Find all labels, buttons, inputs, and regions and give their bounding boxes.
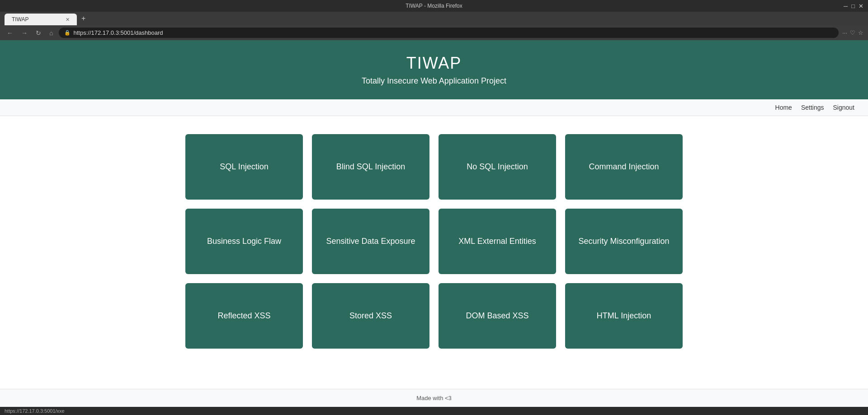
vulnerability-card[interactable]: Sensitive Data Exposure [312,209,429,274]
tab-close-btn[interactable]: ✕ [66,17,70,23]
vulnerability-card[interactable]: Security Misconfiguration [565,209,683,274]
nav-home-link[interactable]: Home [775,104,792,111]
card-label: Blind SQL Injection [327,152,414,182]
card-label: DOM Based XSS [457,301,538,331]
browser-title: TIWAP - Mozilla Firefox [406,3,462,9]
security-icon: 🔒 [64,30,71,36]
forward-btn[interactable]: → [19,28,30,38]
app-footer: Made with <3 [0,389,868,407]
address-bar-input[interactable] [73,29,833,36]
vulnerability-card[interactable]: HTML Injection [565,283,683,349]
nav-bar: Home Settings Signout [0,99,868,116]
browser-tabs: TIWAP ✕ + [0,12,868,25]
card-label: Business Logic Flaw [198,227,290,256]
vulnerability-card[interactable]: No SQL Injection [439,134,556,200]
card-label: Command Injection [580,152,668,182]
cards-grid: SQL InjectionBlind SQL InjectionNo SQL I… [185,134,683,349]
vulnerability-card[interactable]: Stored XSS [312,283,429,349]
main-content: SQL InjectionBlind SQL InjectionNo SQL I… [0,116,868,389]
menu-dots-icon[interactable]: ··· [842,29,847,36]
close-btn[interactable]: ✕ [859,3,863,9]
reload-btn[interactable]: ↻ [33,28,43,38]
card-label: Stored XSS [340,301,401,331]
card-label: Security Misconfiguration [569,227,678,256]
vulnerability-card[interactable]: XML External Entities [439,209,556,274]
back-btn[interactable]: ← [5,28,15,38]
app-title: TIWAP [9,54,859,73]
browser-chrome: TIWAP - Mozilla Firefox ─ □ ✕ TIWAP ✕ + … [0,0,868,40]
maximize-btn[interactable]: □ [851,3,855,9]
bookmark-icon[interactable]: ♡ [850,29,855,36]
window-controls[interactable]: ─ □ ✕ [844,3,863,9]
tab-label: TIWAP [12,16,29,23]
card-label: HTML Injection [588,301,660,331]
new-tab-btn[interactable]: + [77,12,90,25]
star-icon[interactable]: ☆ [858,29,863,36]
minimize-btn[interactable]: ─ [844,3,848,9]
browser-statusbar: https://172.17.0.3:5001/xxe [0,407,868,415]
home-btn[interactable]: ⌂ [47,28,55,38]
nav-settings-link[interactable]: Settings [801,104,824,111]
nav-signout-link[interactable]: Signout [833,104,854,111]
address-bar-container[interactable]: 🔒 [59,28,839,38]
vulnerability-card[interactable]: Command Injection [565,134,683,200]
footer-text: Made with <3 [416,395,452,401]
card-label: SQL Injection [211,152,277,182]
app-subtitle: Totally Insecure Web Application Project [9,76,859,86]
browser-toolbar: ← → ↻ ⌂ 🔒 ··· ♡ ☆ [0,25,868,40]
status-url: https://172.17.0.3:5001/xxe [5,408,65,414]
browser-titlebar: TIWAP - Mozilla Firefox ─ □ ✕ [0,0,868,12]
vulnerability-card[interactable]: SQL Injection [185,134,303,200]
card-label: Sensitive Data Exposure [317,227,424,256]
browser-tab[interactable]: TIWAP ✕ [5,14,77,25]
card-label: XML External Entities [449,227,545,256]
card-label: No SQL Injection [458,152,537,182]
vulnerability-card[interactable]: Blind SQL Injection [312,134,429,200]
vulnerability-card[interactable]: DOM Based XSS [439,283,556,349]
vulnerability-card[interactable]: Reflected XSS [185,283,303,349]
app-header: TIWAP Totally Insecure Web Application P… [0,40,868,99]
toolbar-right-icons: ··· ♡ ☆ [842,29,863,36]
vulnerability-card[interactable]: Business Logic Flaw [185,209,303,274]
card-label: Reflected XSS [208,301,279,331]
